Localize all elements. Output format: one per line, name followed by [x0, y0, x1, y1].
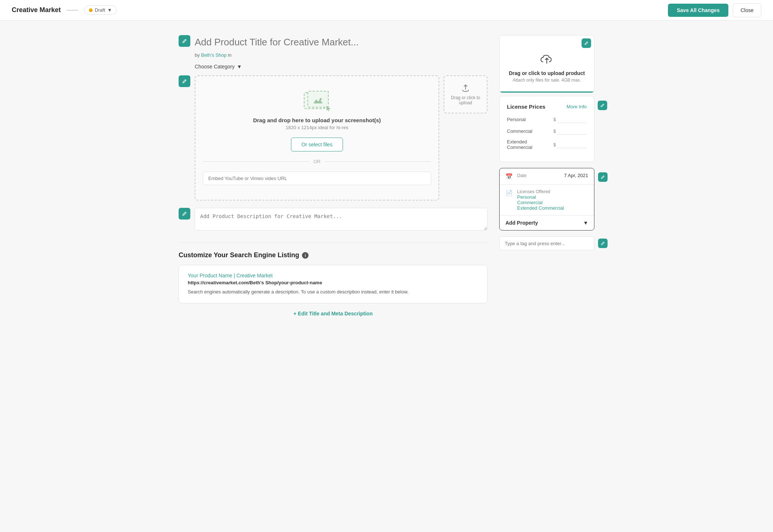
select-files-button[interactable]: Or select files: [291, 138, 343, 151]
details-edit-icon[interactable]: [598, 172, 608, 182]
category-select[interactable]: Choose Category ▼: [195, 64, 488, 70]
drag-upload-side[interactable]: Drag or click to upload: [444, 75, 488, 113]
license-personal-input[interactable]: [557, 116, 587, 123]
seo-product-link[interactable]: Your Product Name | Creative Market: [188, 273, 478, 278]
upload-product-area[interactable]: Drag or click to upload product Attach o…: [500, 48, 594, 87]
or-divider: OR: [203, 159, 431, 164]
license-extended-label: Extended Commercial: [507, 139, 553, 150]
upload-image-icon: [304, 91, 330, 111]
info-icon: i: [302, 252, 309, 259]
header-right: Save All Changes Close: [668, 3, 761, 17]
drag-upload-label: Drag or click to upload: [449, 95, 482, 105]
add-property-row[interactable]: Add Property ▼: [500, 216, 594, 230]
add-property-label: Add Property: [505, 220, 538, 226]
seo-card: Your Product Name | Creative Market http…: [179, 265, 488, 303]
license-header: License Prices More Info: [507, 104, 587, 110]
license-row-commercial: Commercial $: [507, 127, 587, 135]
license-commercial-link[interactable]: Commercial: [517, 200, 588, 205]
tags-input-wrapper: [499, 236, 594, 250]
details-section: 📅 Date 7 Apr, 2021 📄 Licenses Offered Pe…: [499, 168, 594, 231]
section-divider: [179, 242, 488, 243]
screenshot-upload-area[interactable]: Drag and drop here to upload your screen…: [195, 75, 439, 201]
document-icon: 📄: [505, 190, 513, 196]
upload-product-text: Drag or click to upload product: [500, 70, 594, 76]
title-row: [179, 35, 488, 49]
tags-edit-icon[interactable]: [598, 239, 608, 248]
header: Creative Market Draft ▼ Save All Changes…: [0, 0, 773, 20]
license-commercial-label: Commercial: [507, 128, 532, 134]
details-card: 📅 Date 7 Apr, 2021 📄 Licenses Offered Pe…: [499, 168, 594, 231]
upload-sub-text: 1820 x 1214px ideal for hi-res: [203, 125, 431, 130]
category-label: Choose Category: [195, 64, 235, 70]
tags-section: [499, 236, 594, 250]
license-edit-icon[interactable]: [598, 101, 607, 110]
edit-meta-link[interactable]: + Edit Title and Meta Description: [179, 311, 488, 316]
more-info-link[interactable]: More Info: [567, 104, 587, 109]
desc-edit-icon[interactable]: [179, 208, 190, 220]
license-commercial-input[interactable]: [557, 127, 587, 135]
date-label: Date: [517, 173, 526, 178]
detail-licenses-row: 📄 Licenses Offered Personal Commercial E…: [500, 185, 594, 216]
app-title: Creative Market: [12, 6, 61, 14]
close-button[interactable]: Close: [733, 3, 761, 17]
license-personal-link[interactable]: Personal: [517, 194, 588, 200]
license-title: License Prices: [507, 104, 545, 110]
desc-row: [179, 208, 488, 231]
license-row-extended: Extended Commercial $: [507, 139, 587, 150]
by-line: by Beth's Shop in: [195, 52, 488, 58]
left-column: by Beth's Shop in Choose Category ▼: [179, 35, 488, 316]
draft-dot: [89, 8, 93, 12]
license-panel: License Prices More Info Personal $ Comm…: [499, 96, 594, 162]
chevron-down-icon: ▼: [583, 220, 588, 226]
seo-section: Customize Your Search Engine Listing i Y…: [179, 251, 488, 316]
licenses-offered-label: Licenses Offered: [517, 189, 588, 194]
calendar-icon: 📅: [505, 173, 513, 180]
detail-date-row: 📅 Date 7 Apr, 2021: [500, 168, 594, 185]
chevron-down-icon: ▼: [107, 7, 112, 13]
license-personal-label: Personal: [507, 117, 526, 122]
draft-label: Draft: [95, 7, 105, 13]
license-extended-input[interactable]: [557, 141, 587, 148]
video-url-input[interactable]: [203, 172, 431, 185]
upload-row: Drag and drop here to upload your screen…: [179, 75, 488, 201]
tags-input[interactable]: [505, 241, 589, 246]
date-value: 7 Apr, 2021: [564, 173, 588, 178]
draft-badge[interactable]: Draft ▼: [84, 5, 117, 15]
cloud-upload-icon: [500, 54, 594, 67]
save-all-button[interactable]: Save All Changes: [668, 4, 728, 17]
title-edit-icon[interactable]: [179, 35, 190, 47]
product-desc-input[interactable]: [195, 208, 488, 231]
header-divider: [67, 10, 78, 11]
upload-main-text: Drag and drop here to upload your screen…: [203, 117, 431, 123]
upload-product-edit-icon[interactable]: [582, 38, 591, 48]
teal-underline: [499, 91, 594, 93]
license-row-personal: Personal $: [507, 116, 587, 123]
svg-point-0: [320, 98, 322, 100]
product-title-input[interactable]: [195, 35, 488, 49]
upload-product-sub: Attach only files for sale. 4GB max.: [500, 78, 594, 83]
shop-link[interactable]: Beth's Shop: [201, 52, 227, 58]
seo-url: https://creativemarket.com/Beth's Shop/y…: [188, 280, 478, 285]
license-extended-link[interactable]: Extended Commercial: [517, 205, 588, 211]
upload-edit-icon[interactable]: [179, 75, 190, 87]
upload-product-panel: Drag or click to upload product Attach o…: [499, 35, 594, 93]
main-container: by Beth's Shop in Choose Category ▼: [167, 20, 606, 331]
header-left: Creative Market Draft ▼: [12, 5, 117, 15]
right-column: Drag or click to upload product Attach o…: [499, 35, 594, 316]
seo-description: Search engines automatically generate a …: [188, 288, 478, 296]
chevron-down-icon: ▼: [237, 64, 242, 70]
seo-title: Customize Your Search Engine Listing i: [179, 251, 488, 259]
